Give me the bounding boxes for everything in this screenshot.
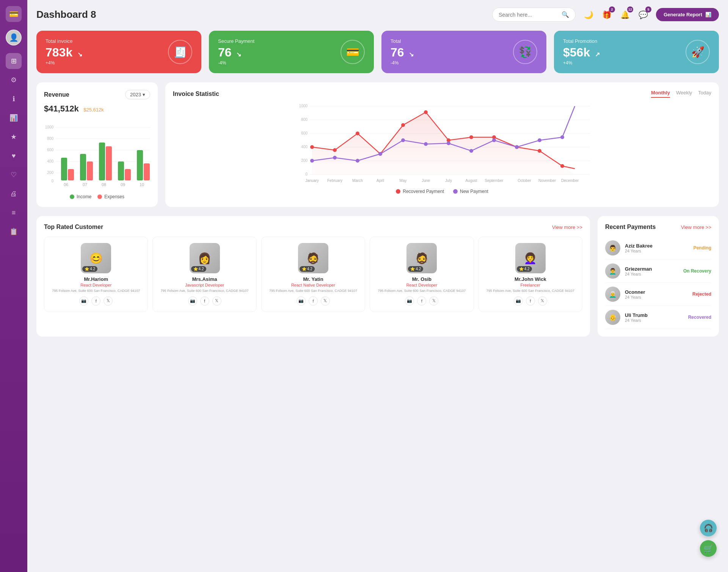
payment-status-3: Recovered xyxy=(688,315,711,320)
customer-card-1: 👩 ⭐ 4.2 Mrs.Asima Javascript Developer 7… xyxy=(152,237,256,312)
payment-avatar-3: 👴 xyxy=(605,310,620,325)
search-input[interactable] xyxy=(499,12,559,18)
payment-status-1: On Recovery xyxy=(683,268,711,274)
instagram-icon-0[interactable]: 📷 xyxy=(79,296,88,306)
search-box[interactable]: 🔍 xyxy=(492,8,576,22)
instagram-icon-4[interactable]: 📷 xyxy=(514,296,523,306)
facebook-icon-1[interactable]: f xyxy=(200,296,209,306)
dark-mode-button[interactable]: 🌙 xyxy=(582,8,595,22)
svg-point-62 xyxy=(560,135,564,139)
sidebar-item-analytics[interactable]: 📊 xyxy=(6,110,22,126)
instagram-icon-1[interactable]: 📷 xyxy=(188,296,197,306)
sidebar-item-settings[interactable]: ⚙ xyxy=(6,72,22,88)
gift-button[interactable]: 🎁 2 xyxy=(600,8,613,22)
line-chart-container: 1000 800 600 400 200 0 xyxy=(173,102,711,186)
sidebar-item-dashboard[interactable]: ⊞ xyxy=(6,53,22,69)
facebook-icon-0[interactable]: f xyxy=(91,296,100,306)
stat-secure-payment: Secure Payment 76 ↘ -4% 💳 xyxy=(209,31,374,73)
print-icon: 🖨 xyxy=(10,190,17,198)
tab-today[interactable]: Today xyxy=(698,90,711,98)
svg-text:November: November xyxy=(538,179,556,183)
customer-name-3: Mr. Osib xyxy=(375,276,469,282)
payments-view-more[interactable]: View more >> xyxy=(681,224,711,230)
sidebar-item-info[interactable]: ℹ xyxy=(6,91,22,107)
trend-icon: ↘ xyxy=(77,51,82,58)
messages-button[interactable]: 💬 5 xyxy=(636,8,650,22)
tab-monthly[interactable]: Monthly xyxy=(651,90,670,98)
twitter-icon-2[interactable]: 𝕏 xyxy=(321,296,330,306)
payments-title: Recent Payments xyxy=(605,224,656,230)
customer-role-2: React Native Developer xyxy=(266,283,360,287)
legend-expenses: Expenses xyxy=(97,194,124,199)
notifications-badge: 12 xyxy=(627,6,633,13)
stats-row: Total invoice 783k ↘ +4% 🧾 Secure Paymen… xyxy=(36,31,719,73)
twitter-icon-3[interactable]: 𝕏 xyxy=(429,296,438,306)
generate-report-button[interactable]: Generate Report 📊 xyxy=(656,8,719,21)
sidebar-item-heart2[interactable]: ♡ xyxy=(6,167,22,183)
svg-point-60 xyxy=(515,145,519,149)
legend-new-payment: New Payment xyxy=(453,189,488,194)
twitter-icon-0[interactable]: 𝕏 xyxy=(104,296,113,306)
svg-point-57 xyxy=(447,141,450,145)
heart-outline-icon: ♡ xyxy=(11,171,17,179)
customer-role-0: React Developer xyxy=(49,283,143,287)
svg-rect-19 xyxy=(137,150,143,180)
instagram-icon-3[interactable]: 📷 xyxy=(405,296,414,306)
dashboard-icon: ⊞ xyxy=(11,57,17,65)
facebook-icon-4[interactable]: f xyxy=(526,296,535,306)
customers-card: Top Rated Customer View more >> 😊 ⭐ 4.2 … xyxy=(36,216,590,337)
messages-badge: 5 xyxy=(645,6,651,13)
sidebar-item-print[interactable]: 🖨 xyxy=(6,186,22,202)
notifications-button[interactable]: 🔔 12 xyxy=(618,8,632,22)
page-title: Dashboard 8 xyxy=(36,9,96,20)
svg-point-44 xyxy=(424,110,428,114)
sidebar-item-star[interactable]: ★ xyxy=(6,129,22,145)
facebook-icon-3[interactable]: f xyxy=(417,296,426,306)
stat-info: Total 76 ↘ -4% xyxy=(391,38,414,66)
sidebar-item-docs[interactable]: 📋 xyxy=(6,224,22,240)
facebook-icon-2[interactable]: f xyxy=(309,296,318,306)
year-selector[interactable]: 2023 ▾ xyxy=(125,90,150,99)
cart-button[interactable]: 🛒 xyxy=(700,540,717,557)
chevron-down-icon: ▾ xyxy=(143,92,145,97)
support-button[interactable]: 🎧 xyxy=(700,520,717,536)
invoice-legend: Recovered Payment New Payment xyxy=(173,189,711,194)
payment-avatar-1: 👨‍🦱 xyxy=(605,263,620,279)
sidebar-logo[interactable]: 💳 xyxy=(6,6,22,22)
expenses-label: Expenses xyxy=(104,194,124,199)
svg-point-56 xyxy=(424,142,428,146)
social-icons-3: 📷 f 𝕏 xyxy=(375,296,469,306)
instagram-icon-2[interactable]: 📷 xyxy=(297,296,306,306)
customers-view-more[interactable]: View more >> xyxy=(552,224,582,230)
floating-buttons: 🎧 🛒 xyxy=(700,520,717,557)
social-icons-4: 📷 f 𝕏 xyxy=(483,296,577,306)
svg-rect-13 xyxy=(80,154,86,180)
customer-card-4: 👩‍🦱 ⭐ 4.2 Mr.John Wick Freelancer 795 Fo… xyxy=(479,237,582,312)
stat-value: 783k ↘ xyxy=(46,45,82,60)
invoice-icon: 🧾 xyxy=(174,46,187,58)
main-content: Dashboard 8 🔍 🌙 🎁 2 🔔 12 💬 xyxy=(27,0,728,572)
headset-icon: 🎧 xyxy=(704,523,713,533)
tab-weekly[interactable]: Weekly xyxy=(676,90,692,98)
stat-icon-circle: 💳 xyxy=(340,40,365,64)
svg-point-39 xyxy=(310,145,314,149)
payments-list: 👨 Aziz Bakree 24 Years Pending 👨‍🦱 Griez… xyxy=(605,237,711,329)
logo-icon: 💳 xyxy=(9,9,19,19)
user-avatar[interactable]: 👤 xyxy=(6,30,22,45)
twitter-icon-4[interactable]: 𝕏 xyxy=(538,296,547,306)
sidebar-item-heart[interactable]: ♥ xyxy=(6,148,22,164)
stat-icon-circle: 💱 xyxy=(513,40,537,64)
payment-name-0: Aziz Bakree xyxy=(625,243,689,249)
customer-avatar-0: 😊 ⭐ 4.2 xyxy=(81,243,111,273)
recovered-label: Recovered Payment xyxy=(403,189,444,194)
svg-text:0: 0 xyxy=(51,179,53,183)
stat-value: 76 ↘ xyxy=(391,45,414,60)
star-icon: ★ xyxy=(11,133,17,141)
rating-badge-2: ⭐ 4.2 xyxy=(300,266,315,272)
heart-icon: ♥ xyxy=(12,152,16,160)
twitter-icon-1[interactable]: 𝕏 xyxy=(212,296,221,306)
line-chart-svg: 1000 800 600 400 200 0 xyxy=(173,102,711,186)
legend-recovered-payment: Recovered Payment xyxy=(396,189,444,194)
stat-info: Total Promotion $56k ↗ +4% xyxy=(563,38,600,66)
sidebar-item-list[interactable]: ≡ xyxy=(6,205,22,221)
